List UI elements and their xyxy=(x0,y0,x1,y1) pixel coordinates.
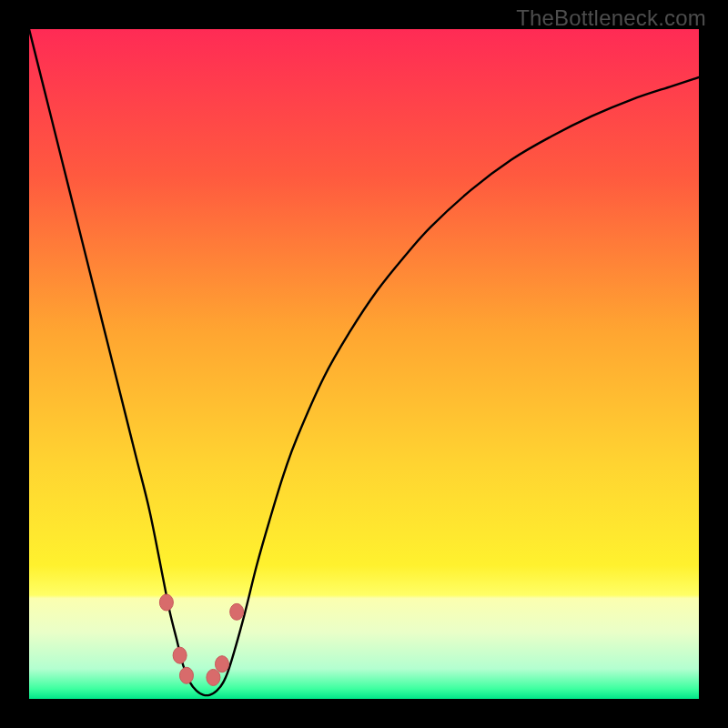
curve-marker xyxy=(179,667,193,683)
watermark-text: TheBottleneck.com xyxy=(516,5,706,31)
chart-svg xyxy=(29,29,699,699)
curve-marker xyxy=(207,669,220,685)
curve-marker xyxy=(230,603,244,620)
curve-marker xyxy=(159,594,173,611)
chart-frame: TheBottleneck.com xyxy=(0,0,728,728)
curve-marker xyxy=(173,647,187,663)
plot-area xyxy=(29,29,699,699)
gradient-background xyxy=(29,29,699,699)
curve-marker xyxy=(215,656,228,672)
